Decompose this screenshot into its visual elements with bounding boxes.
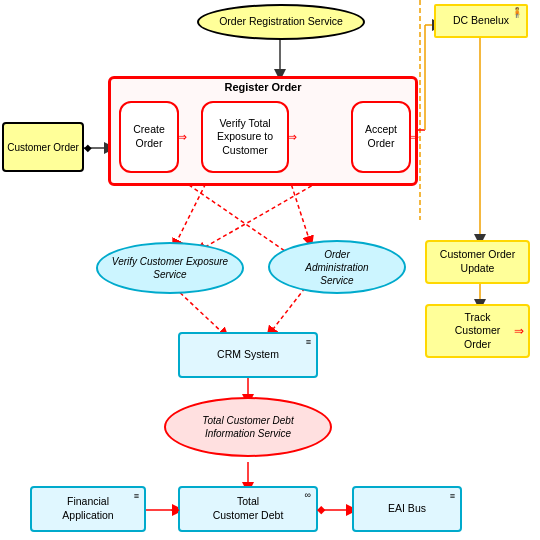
financial-app-icon: ≡ <box>134 491 139 501</box>
eai-bus-node: EAI Bus ≡ <box>352 486 462 532</box>
accept-order-node: AcceptOrder ⇒ <box>351 101 411 173</box>
create-order-label: CreateOrder <box>133 123 165 150</box>
verify-total-arrow: ⇒ <box>287 130 297 144</box>
total-customer-debt-node: TotalCustomer Debt ◆ ◆ ∞ <box>178 486 318 532</box>
crm-system-icon: ≡ <box>306 337 311 347</box>
financial-application-node: FinancialApplication ≡ <box>30 486 146 532</box>
total-debt-diamond-right: ◆ <box>317 503 325 516</box>
financial-application-label: FinancialApplication <box>62 495 113 522</box>
total-debt-diamond-left: ◆ <box>171 503 179 516</box>
register-order-label: Register Order <box>111 81 415 93</box>
total-debt-icon: ∞ <box>305 490 311 500</box>
crm-system-node: CRM System ≡ <box>178 332 318 378</box>
verify-total-label: Verify TotalExposure toCustomer <box>217 117 273 158</box>
create-order-arrow: ⇒ <box>177 130 187 144</box>
total-customer-debt-info-node: Total Customer DebtInformation Service <box>164 397 332 457</box>
verify-customer-exposure-label: Verify Customer Exposure Service <box>98 255 242 281</box>
accept-order-label: AcceptOrder <box>365 123 397 150</box>
diagram: Order Registration Service DC Benelux 🧍 … <box>0 0 540 540</box>
track-customer-order-label: TrackCustomerOrder <box>455 311 501 352</box>
total-customer-debt-label: TotalCustomer Debt <box>213 495 284 522</box>
verify-total-node: Verify TotalExposure toCustomer ⇒ <box>201 101 289 173</box>
dc-benelux-label: DC Benelux <box>453 14 509 28</box>
track-customer-order-arrow: ⇒ <box>514 324 524 338</box>
eai-bus-label: EAI Bus <box>388 502 426 516</box>
crm-system-label: CRM System <box>217 348 279 362</box>
customer-order-node: Customer Order ◆ <box>2 122 84 172</box>
eai-bus-icon: ≡ <box>450 491 455 501</box>
order-registration-service-label: Order Registration Service <box>219 15 343 29</box>
customer-order-label: Customer Order <box>7 141 79 154</box>
dc-benelux-actor-icon: 🧍 <box>511 7 523 18</box>
customer-order-connector: ◆ <box>84 142 92 153</box>
dc-benelux-node: DC Benelux 🧍 <box>434 4 528 38</box>
order-admin-service-label: OrderAdministrationService <box>305 248 368 287</box>
create-order-node: CreateOrder ⇒ <box>119 101 179 173</box>
register-order-swimlane: Register Order CreateOrder ⇒ Verify Tota… <box>108 76 418 186</box>
svg-line-19 <box>270 288 305 333</box>
order-admin-service-node: OrderAdministrationService <box>268 240 406 294</box>
customer-order-update-label: Customer OrderUpdate <box>440 248 515 275</box>
order-registration-service-node: Order Registration Service <box>197 4 365 40</box>
svg-line-18 <box>175 288 225 335</box>
customer-order-update-node: Customer OrderUpdate <box>425 240 530 284</box>
total-customer-debt-info-label: Total Customer DebtInformation Service <box>202 414 293 440</box>
accept-order-arrow: ⇒ <box>409 130 419 144</box>
track-customer-order-node: TrackCustomerOrder ⇒ <box>425 304 530 358</box>
verify-customer-exposure-node: Verify Customer Exposure Service <box>96 242 244 294</box>
